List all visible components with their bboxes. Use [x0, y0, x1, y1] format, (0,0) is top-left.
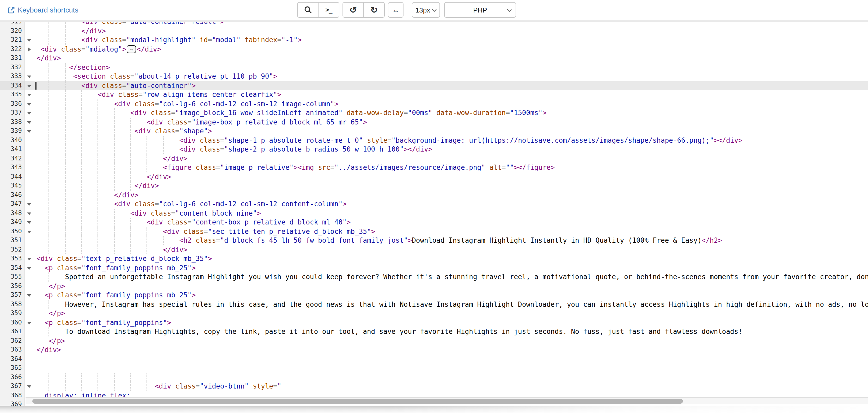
code-line-text: <div class="image-box p_relative d_block…: [36, 117, 868, 127]
code-line[interactable]: 367 <div class="video-btnn" style=": [0, 382, 868, 391]
code-line[interactable]: 359 </p>: [0, 309, 868, 318]
fold-arrow[interactable]: [25, 200, 36, 209]
code-line[interactable]: 342 </div>: [0, 154, 868, 163]
fold-arrow[interactable]: [25, 263, 36, 272]
keyboard-shortcuts-link[interactable]: Keyboard shortcuts: [8, 0, 79, 20]
code-line[interactable]: 354 <p class="font_family_poppins mb_25"…: [0, 263, 868, 272]
fold-gutter: [25, 336, 36, 345]
code-line-text: <div class="content-box p_relative d_blo…: [36, 218, 868, 227]
indent-guide: [147, 145, 147, 154]
fold-arrow[interactable]: [25, 90, 36, 99]
line-number: 361: [0, 327, 25, 336]
code-line[interactable]: 352 </div>: [0, 245, 868, 254]
indent-guide: [49, 218, 49, 227]
code-line-text: <div class="content_block_nine">: [36, 209, 868, 218]
code-line[interactable]: 319 <div class="auto-container result">: [0, 22, 868, 26]
code-line[interactable]: 363</div>: [0, 345, 868, 354]
code-line[interactable]: 362 </p>: [0, 336, 868, 345]
terminal-button[interactable]: >_: [318, 2, 339, 18]
fold-arrow[interactable]: [25, 35, 36, 44]
code-line[interactable]: 344 </div>: [0, 172, 868, 181]
code-line[interactable]: 343 <figure class="image p_relative"><im…: [0, 163, 868, 172]
fold-arrow[interactable]: [25, 227, 36, 236]
line-number: 332: [0, 63, 25, 72]
toolbar-buttons: >_ ↺ ↻ ↔ 13px PHP: [297, 2, 516, 18]
fold-arrow[interactable]: [25, 382, 36, 391]
code-line[interactable]: 341 <div class="shape-2 p_absolute b_rad…: [0, 145, 868, 154]
fold-gutter: [25, 345, 36, 354]
code-line[interactable]: 358 However, Instagram has special rules…: [0, 300, 868, 309]
code-line[interactable]: 355 Spotted an unforgettable Instagram H…: [0, 272, 868, 281]
fold-arrow[interactable]: [25, 108, 36, 117]
fold-arrow[interactable]: [25, 209, 36, 218]
indent-guide: [49, 117, 49, 127]
fold-arrow[interactable]: [25, 254, 36, 263]
indent-guide: [98, 209, 98, 218]
code-line[interactable]: 365: [0, 364, 868, 373]
code-line[interactable]: 339 <div class="shape">: [0, 127, 868, 136]
code-line[interactable]: 360 <p class="font_family_poppins">: [0, 318, 868, 327]
code-line[interactable]: 357 <p class="font_family_poppins mb_25"…: [0, 290, 868, 300]
indent-guide: [98, 227, 98, 236]
code-line[interactable]: 364: [0, 354, 868, 364]
code-line[interactable]: 338 <div class="image-box p_relative d_b…: [0, 117, 868, 127]
fold-open-icon: [27, 258, 31, 261]
code-line[interactable]: 340 <div class="shape-1 p_absolute rotat…: [0, 136, 868, 145]
code-line[interactable]: 336 <div class="col-lg-6 col-md-12 col-s…: [0, 99, 868, 108]
fold-arrow[interactable]: [25, 127, 36, 136]
indent-guide: [81, 172, 82, 181]
code-line[interactable]: 335 <div class="row align-items-center c…: [0, 90, 868, 99]
fold-arrow[interactable]: [25, 218, 36, 227]
fold-arrow[interactable]: [25, 290, 36, 300]
code-line[interactable]: 321 <div class="modal-highlight" id="mod…: [0, 35, 868, 44]
collapsed-code-widget[interactable]: ↔: [127, 45, 136, 53]
code-line[interactable]: 348 <div class="content_block_nine">: [0, 209, 868, 218]
fold-arrow[interactable]: [25, 44, 36, 54]
code-line[interactable]: 320 </div>: [0, 26, 868, 35]
fold-open-icon: [27, 103, 31, 105]
fold-arrow[interactable]: [25, 117, 36, 127]
fold-arrow[interactable]: [25, 72, 36, 81]
code-line[interactable]: 331</div>: [0, 54, 868, 63]
indent-guide: [81, 163, 82, 172]
indent-guide: [49, 200, 49, 209]
fold-arrow[interactable]: [25, 81, 36, 90]
code-line[interactable]: 322 <div class="mdialog">↔</div>: [0, 44, 868, 54]
line-number: 367: [0, 382, 25, 391]
fit-width-button[interactable]: ↔: [388, 2, 403, 18]
indent-guide: [114, 209, 115, 218]
code-line[interactable]: 361 To download Instagram Highlights, co…: [0, 327, 868, 336]
code-line[interactable]: 353<div class="text p_relative d_block m…: [0, 254, 868, 263]
redo-button[interactable]: ↻: [363, 2, 385, 18]
code-line[interactable]: 347 <div class="col-lg-6 col-md-12 col-s…: [0, 200, 868, 209]
keyboard-shortcuts-label: Keyboard shortcuts: [18, 6, 79, 14]
language-select[interactable]: PHP: [444, 2, 516, 18]
search-button[interactable]: [297, 2, 318, 18]
indent-guide: [81, 136, 82, 145]
fold-open-icon: [27, 75, 31, 78]
code-line[interactable]: 332 </section>: [0, 63, 868, 72]
line-number: 335: [0, 90, 25, 99]
code-line[interactable]: 349 <div class="content-box p_relative d…: [0, 218, 868, 227]
undo-button[interactable]: ↺: [342, 2, 364, 18]
code-line[interactable]: 337 <div class="image_block_16 wow slide…: [0, 108, 868, 117]
fold-open-icon: [27, 231, 31, 233]
code-line[interactable]: 334 <div class="auto-container">: [0, 81, 868, 90]
code-editor[interactable]: 319 <div class="auto-container result">3…: [0, 22, 868, 406]
code-line[interactable]: 350 <div class="sec-title-ten p_relative…: [0, 227, 868, 236]
code-line[interactable]: 351 <h2 class="d_block fs_45 lh_50 fw_bo…: [0, 236, 868, 245]
line-number: 362: [0, 336, 25, 345]
font-size-select[interactable]: 13px: [412, 2, 440, 18]
code-line-text: <div class="text p_relative d_block mb_3…: [36, 254, 868, 263]
code-line-text: <div class="mdialog">↔</div>: [36, 44, 868, 54]
line-number: 360: [0, 318, 25, 327]
fold-arrow[interactable]: [25, 99, 36, 108]
code-line[interactable]: 366: [0, 373, 868, 382]
fold-arrow[interactable]: [25, 318, 36, 327]
code-line[interactable]: 346 </div>: [0, 191, 868, 200]
indent-guide: [49, 163, 49, 172]
horizontal-scrollbar-thumb[interactable]: [32, 399, 683, 403]
code-line[interactable]: 333 <section class="about-14 p_relative …: [0, 72, 868, 81]
code-line[interactable]: 356 </p>: [0, 281, 868, 290]
code-line[interactable]: 345 </div>: [0, 181, 868, 191]
